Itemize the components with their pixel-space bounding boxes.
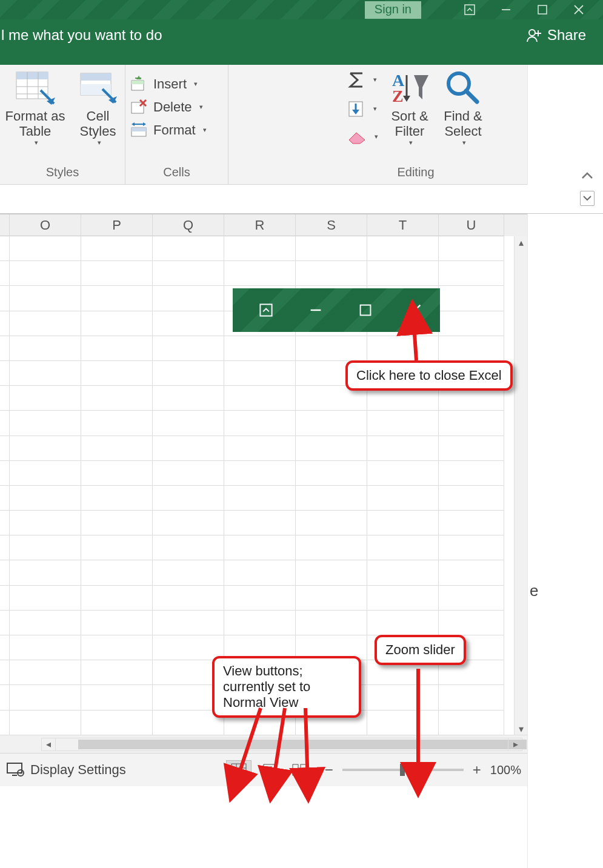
minimize-button[interactable] xyxy=(488,0,524,19)
cell[interactable] xyxy=(10,611,81,635)
cell[interactable] xyxy=(81,336,153,361)
formula-bar[interactable] xyxy=(0,185,603,214)
cell[interactable] xyxy=(153,486,224,511)
collapse-ribbon-button[interactable] xyxy=(581,168,593,184)
cell[interactable] xyxy=(224,236,296,261)
cell[interactable] xyxy=(367,486,439,511)
cell[interactable] xyxy=(153,336,224,361)
clear-button[interactable]: ▾ xyxy=(347,129,378,145)
cell[interactable] xyxy=(224,436,296,461)
grid-row[interactable] xyxy=(0,511,527,535)
cell[interactable] xyxy=(0,336,10,361)
cell[interactable] xyxy=(81,261,153,286)
expand-formula-bar-button[interactable] xyxy=(580,191,595,206)
cell[interactable] xyxy=(296,535,367,560)
format-cells-button[interactable]: Format ▾ xyxy=(130,122,223,139)
cell[interactable] xyxy=(10,311,81,336)
cell[interactable] xyxy=(367,261,439,286)
cell[interactable] xyxy=(153,236,224,261)
cell[interactable] xyxy=(296,336,367,361)
fill-button[interactable]: ▾ xyxy=(347,100,378,118)
cell[interactable] xyxy=(224,535,296,560)
cell[interactable] xyxy=(10,436,81,461)
cell[interactable] xyxy=(439,711,504,735)
cell[interactable] xyxy=(153,560,224,585)
cell[interactable] xyxy=(81,311,153,336)
cell[interactable] xyxy=(81,511,153,535)
cell[interactable] xyxy=(81,535,153,560)
cell[interactable] xyxy=(10,261,81,286)
grid-row[interactable] xyxy=(0,486,527,511)
column-header[interactable]: R xyxy=(224,214,296,236)
cell[interactable] xyxy=(153,361,224,386)
cell[interactable] xyxy=(367,236,439,261)
zoom-slider-thumb[interactable] xyxy=(400,764,405,776)
cell[interactable] xyxy=(10,560,81,585)
grid-row[interactable] xyxy=(0,535,527,560)
cell[interactable] xyxy=(224,586,296,611)
cell[interactable] xyxy=(224,411,296,436)
cell[interactable] xyxy=(439,311,504,336)
cell[interactable] xyxy=(439,461,504,486)
cell[interactable] xyxy=(81,685,153,710)
page-layout-view-button[interactable] xyxy=(256,760,282,780)
cell[interactable] xyxy=(296,560,367,585)
cell[interactable] xyxy=(439,236,504,261)
cell[interactable] xyxy=(439,336,504,361)
sign-in-button[interactable]: Sign in xyxy=(365,1,421,19)
cell[interactable] xyxy=(81,411,153,436)
cell[interactable] xyxy=(0,611,10,635)
cell[interactable] xyxy=(439,436,504,461)
zoom-level-label[interactable]: 100% xyxy=(490,763,521,777)
cell[interactable] xyxy=(10,411,81,436)
grid-row[interactable] xyxy=(0,461,527,486)
cell[interactable] xyxy=(10,286,81,311)
cell[interactable] xyxy=(439,261,504,286)
cell[interactable] xyxy=(153,635,224,660)
cell[interactable] xyxy=(224,611,296,635)
cell[interactable] xyxy=(224,361,296,386)
cell[interactable] xyxy=(224,386,296,411)
cell[interactable] xyxy=(81,361,153,386)
cell[interactable] xyxy=(224,486,296,511)
cell[interactable] xyxy=(0,461,10,486)
cell[interactable] xyxy=(153,311,224,336)
column-header-fragment[interactable] xyxy=(0,214,10,236)
grid-row[interactable] xyxy=(0,436,527,461)
cell[interactable] xyxy=(0,236,10,261)
cell[interactable] xyxy=(367,411,439,436)
cell[interactable] xyxy=(81,586,153,611)
cell[interactable] xyxy=(296,586,367,611)
grid-row[interactable] xyxy=(0,411,527,436)
cell[interactable] xyxy=(153,586,224,611)
cell-styles-button[interactable]: Cell Styles ▾ xyxy=(76,70,120,147)
cell[interactable] xyxy=(0,711,10,735)
cell[interactable] xyxy=(10,386,81,411)
cell[interactable] xyxy=(367,586,439,611)
cell[interactable] xyxy=(439,511,504,535)
cell[interactable] xyxy=(367,511,439,535)
cell[interactable] xyxy=(0,436,10,461)
zoom-out-button[interactable]: − xyxy=(323,761,335,778)
grid-row[interactable] xyxy=(0,611,527,635)
cell[interactable] xyxy=(10,461,81,486)
cell[interactable] xyxy=(153,436,224,461)
cell[interactable] xyxy=(224,336,296,361)
cell[interactable] xyxy=(0,261,10,286)
cell[interactable] xyxy=(367,560,439,585)
cell[interactable] xyxy=(0,660,10,685)
column-header[interactable]: T xyxy=(367,214,439,236)
cell[interactable] xyxy=(153,411,224,436)
cell[interactable] xyxy=(10,486,81,511)
maximize-button[interactable] xyxy=(524,0,561,19)
cell[interactable] xyxy=(296,511,367,535)
normal-view-button[interactable] xyxy=(226,760,252,780)
scroll-down-icon[interactable]: ▾ xyxy=(515,723,527,735)
cell[interactable] xyxy=(153,286,224,311)
cell[interactable] xyxy=(81,486,153,511)
cell[interactable] xyxy=(367,711,439,735)
autosum-button[interactable]: ▾ xyxy=(347,71,378,89)
cell[interactable] xyxy=(296,436,367,461)
cell[interactable] xyxy=(367,461,439,486)
sort-filter-button[interactable]: A Z Sort & Filter ▾ xyxy=(388,70,431,147)
